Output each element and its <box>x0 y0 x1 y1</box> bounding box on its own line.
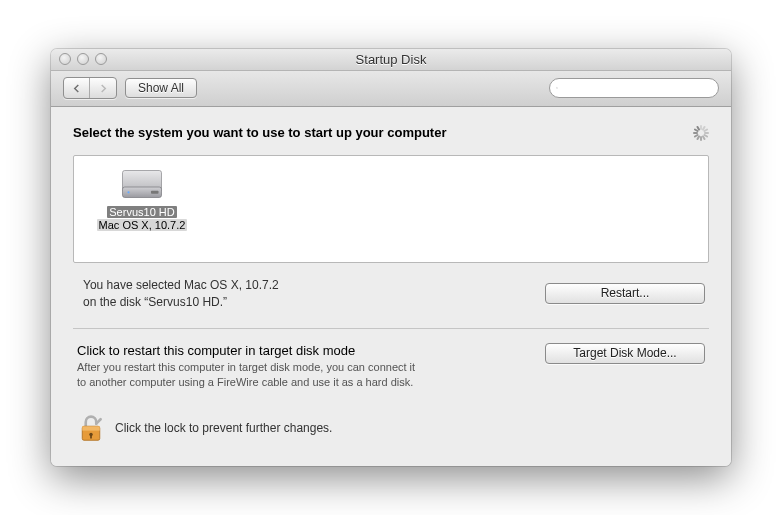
svg-rect-5 <box>151 191 159 194</box>
svg-rect-9 <box>90 435 92 439</box>
forward-button[interactable] <box>90 78 116 98</box>
back-button[interactable] <box>64 78 90 98</box>
chevron-right-icon <box>99 84 108 93</box>
search-icon <box>556 82 558 94</box>
toolbar: Show All <box>51 71 731 107</box>
svg-rect-7 <box>82 426 100 430</box>
target-disk-desc-1: After you restart this computer in targe… <box>77 361 415 373</box>
minimize-window-button[interactable] <box>77 53 89 65</box>
preferences-window: Startup Disk Show All Select the system … <box>51 49 731 466</box>
target-disk-desc-2: to another computer using a FireWire cab… <box>77 376 413 388</box>
search-input[interactable] <box>562 81 712 95</box>
svg-point-4 <box>127 191 129 193</box>
traffic-lights <box>51 53 107 65</box>
status-line-2: on the disk “Servus10 HD.” <box>83 294 279 311</box>
target-disk-info: Click to restart this computer in target… <box>77 343 415 390</box>
disk-system-label: Mac OS X, 10.7.2 <box>97 219 188 231</box>
window-title: Startup Disk <box>51 52 731 67</box>
disk-name-label: Servus10 HD <box>107 206 176 218</box>
selection-status: You have selected Mac OS X, 10.7.2 on th… <box>83 277 279 311</box>
hard-disk-icon <box>118 166 166 202</box>
zoom-window-button[interactable] <box>95 53 107 65</box>
chevron-left-icon <box>72 84 81 93</box>
target-disk-title: Click to restart this computer in target… <box>77 343 415 358</box>
startup-disk-item[interactable]: Servus10 HD Mac OS X, 10.7.2 <box>90 166 194 231</box>
search-field[interactable] <box>549 78 719 98</box>
target-disk-mode-button[interactable]: Target Disk Mode... <box>545 343 705 364</box>
nav-segmented <box>63 77 117 99</box>
restart-button[interactable]: Restart... <box>545 283 705 304</box>
lock-text: Click the lock to prevent further change… <box>115 421 332 435</box>
show-all-button[interactable]: Show All <box>125 78 197 98</box>
content-area: Select the system you want to use to sta… <box>51 107 731 466</box>
disk-list: Servus10 HD Mac OS X, 10.7.2 <box>73 155 709 263</box>
close-window-button[interactable] <box>59 53 71 65</box>
titlebar: Startup Disk <box>51 49 731 71</box>
page-heading: Select the system you want to use to sta… <box>73 125 446 140</box>
svg-point-0 <box>556 88 557 89</box>
status-line-1: You have selected Mac OS X, 10.7.2 <box>83 277 279 294</box>
loading-spinner-icon <box>693 125 709 141</box>
lock-icon[interactable] <box>77 412 105 444</box>
